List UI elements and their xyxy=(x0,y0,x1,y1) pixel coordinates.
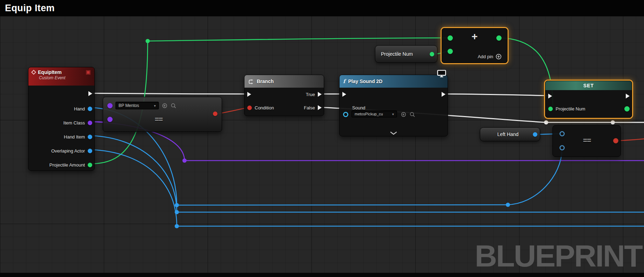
node-add[interactable]: + Add pin xyxy=(442,28,508,63)
browse-icon[interactable] xyxy=(409,112,415,117)
variable-label: Projectile Num xyxy=(381,51,413,57)
reroute-node-blue-2[interactable] xyxy=(175,210,179,214)
pin-condition[interactable] xyxy=(247,106,252,110)
pin-label: Hand Item xyxy=(64,134,85,140)
pin-overlaping-actor[interactable] xyxy=(88,149,92,153)
node-equal-compare[interactable]: == xyxy=(552,125,621,157)
wire-equal2-offscreen xyxy=(619,139,644,141)
use-selected-icon[interactable] xyxy=(162,103,168,109)
add-pin-icon xyxy=(496,54,502,60)
exec-out-pin[interactable] xyxy=(442,92,445,97)
exec-in-pin[interactable] xyxy=(548,94,552,99)
reroute-node-exec-2[interactable] xyxy=(611,120,615,124)
pin-label: Projectile Num xyxy=(556,106,585,112)
use-selected-icon[interactable] xyxy=(401,112,407,117)
pin-class-input-a[interactable] xyxy=(107,103,113,108)
exec-out-pin[interactable] xyxy=(88,91,92,96)
exec-in-pin[interactable] xyxy=(342,92,346,97)
node-equipitem-event[interactable]: EquipItem Custom Event Hand Item Class H… xyxy=(28,67,95,171)
equals-operator: == xyxy=(583,136,591,144)
dev-only-monitor-icon xyxy=(437,70,446,78)
reroute-node-blue-1[interactable] xyxy=(175,203,179,207)
node-get-left-hand[interactable]: Left Hand xyxy=(480,127,540,141)
node-class-equal[interactable]: BP Mentos ▾ == xyxy=(103,97,222,132)
class-select-dropdown[interactable]: BP Mentos ▾ xyxy=(115,102,159,109)
reroute-node-blue-3[interactable] xyxy=(175,224,179,228)
pin-label: False xyxy=(304,105,315,110)
pin-label: True xyxy=(306,92,315,97)
browse-icon[interactable] xyxy=(170,103,176,109)
node-play-sound-2d[interactable]: f Play Sound 2D Sound metosPickup_cu ▾ xyxy=(339,75,448,136)
pin-label: Sound xyxy=(352,105,365,110)
plus-operator: + xyxy=(442,31,507,42)
add-pin-button[interactable]: Add pin xyxy=(478,54,502,60)
node-subtitle: Custom Event xyxy=(39,75,91,80)
pin-projectile-num-in[interactable] xyxy=(548,107,553,111)
pin-add-input-b[interactable] xyxy=(448,49,453,54)
graph-title: Equip Item xyxy=(5,3,55,14)
wire-equal-to-condition xyxy=(218,108,248,114)
wire-exec-event-to-branch xyxy=(92,93,249,94)
reroute-node-purple[interactable] xyxy=(182,158,187,163)
exec-false-pin[interactable] xyxy=(318,105,322,110)
node-title: Branch xyxy=(257,79,274,84)
reroute-node-exec-1[interactable] xyxy=(544,120,548,124)
pin-label: Overlaping Actor xyxy=(51,148,85,154)
node-header[interactable]: EquipItem Custom Event xyxy=(28,67,94,86)
pin-item-class[interactable] xyxy=(88,121,92,125)
pin-compare-a[interactable] xyxy=(559,131,565,136)
node-set-projectile-num[interactable]: SET Projectile Num xyxy=(545,81,632,118)
chevron-down-icon: ▾ xyxy=(154,104,156,108)
node-branch[interactable]: Branch True Condition False xyxy=(244,75,324,116)
pin-hand[interactable] xyxy=(88,107,92,111)
branch-icon xyxy=(248,79,254,85)
node-title: EquipItem xyxy=(38,69,62,75)
function-icon: f xyxy=(343,78,345,85)
pin-value-out[interactable] xyxy=(624,106,630,112)
exec-true-pin[interactable] xyxy=(318,92,322,97)
pin-sound[interactable] xyxy=(343,112,348,117)
pin-compare-b[interactable] xyxy=(559,145,565,150)
sound-asset-dropdown[interactable]: metosPickup_cu ▾ xyxy=(351,110,397,117)
wire-blue-long-3 xyxy=(92,150,644,226)
pin-label: Condition xyxy=(255,105,274,110)
pin-value-out[interactable] xyxy=(430,52,434,56)
wire-layer xyxy=(0,0,644,277)
exec-out-pin[interactable] xyxy=(626,94,630,99)
bottom-edge-bar xyxy=(0,273,644,277)
wire-green-long xyxy=(148,38,449,41)
node-header[interactable]: SET xyxy=(545,81,632,90)
variable-label: Left Hand xyxy=(497,131,519,137)
chevron-down-icon: ▾ xyxy=(392,112,394,116)
pin-label: Item Class xyxy=(63,120,85,126)
event-icon xyxy=(31,70,36,75)
reroute-node-blue-4[interactable] xyxy=(506,203,510,207)
graph-title-bar: Equip Item xyxy=(0,0,644,16)
pin-value-out[interactable] xyxy=(533,132,537,137)
pin-label: Hand xyxy=(74,106,85,112)
pin-bool-result[interactable] xyxy=(213,112,217,116)
equals-operator: == xyxy=(155,115,163,123)
sound-asset-value: metosPickup_cu xyxy=(355,112,383,116)
node-header[interactable]: f Play Sound 2D xyxy=(340,75,448,88)
event-pulse-icon[interactable] xyxy=(86,70,91,75)
node-get-projectile-num[interactable]: Projectile Num xyxy=(375,45,437,63)
wire-exec-playsound-to-set xyxy=(443,94,551,96)
add-pin-label: Add pin xyxy=(478,54,493,59)
expand-node-icon[interactable] xyxy=(340,131,448,135)
blueprint-editor: Equip Item BLUEPRINT xyxy=(0,0,644,277)
exec-in-pin[interactable] xyxy=(247,92,251,97)
node-header[interactable]: Branch xyxy=(244,75,324,88)
pin-projectile-amount[interactable] xyxy=(88,163,92,167)
pin-hand-item[interactable] xyxy=(88,135,92,139)
node-title: SET xyxy=(583,83,594,88)
class-select-value: BP Mentos xyxy=(119,103,139,108)
node-title: Play Sound 2D xyxy=(348,79,382,84)
pin-class-input-b[interactable] xyxy=(107,117,113,122)
reroute-node-green[interactable] xyxy=(146,39,150,43)
pin-label: Projectile Amount xyxy=(49,162,85,168)
pin-bool-result[interactable] xyxy=(613,138,618,143)
